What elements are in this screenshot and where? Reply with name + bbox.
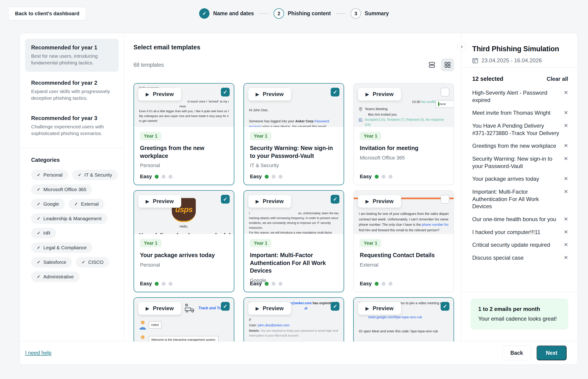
template-checkbox[interactable]: ✓ [441,302,449,311]
selected-item: Our one-time health bonus for you✕ [472,216,568,223]
step-name-and-dates[interactable]: ✓ Name and dates [199,8,254,19]
template-checkbox[interactable]: ✓ [331,195,339,204]
preview-button[interactable]: ▶Preview [248,88,291,101]
template-card-invitation-for-meeting[interactable]: 10:30 No conflicts Teams Meeting Ben Ant… [353,83,454,185]
selected-item: Your package arrives today✕ [472,175,568,183]
template-checkbox[interactable]: ✓ [221,302,230,311]
year-badge: Year 1 [250,239,271,247]
preview-link: d! [304,307,308,310]
year-badge: Year 1 [140,239,162,247]
category-label: Leadership & Management [43,216,102,221]
categories-heading: Categories [31,157,119,163]
template-checkbox[interactable] [441,195,449,204]
sidebar-item-recommended-year-1[interactable]: Recommended for year 1 Best for new user… [25,39,119,72]
preview-button[interactable]: ▶Preview [248,302,291,315]
need-help-link[interactable]: I need help [25,350,51,356]
preview-button[interactable]: ▶Preview [358,195,401,208]
date-range-text: 23.04.2025 - 16.04.2026 [482,57,542,64]
template-card-requesting-contact-details[interactable]: D I am looking for one of your colleague… [353,190,454,292]
template-card-greetings-new-workplace[interactable]: Hello everyone, in touch once I "arrived… [133,83,234,185]
step-label: Name and dates [213,10,254,17]
selected-item-title: Greetings from the new workplace [472,142,564,150]
remove-item-button[interactable]: ✕ [564,176,568,182]
template-card-security-warning-password-vault[interactable]: Hi John Doe, Someone has logged into you… [244,83,344,185]
preview-button-label: Preview [373,305,394,312]
category-pill-administrative[interactable]: ✓Administrative [31,271,80,282]
difficulty-dot [155,282,159,286]
template-card-package-arrives-today[interactable]: usps Hello, Your delivery has been resch… [133,190,234,292]
card-body: Year 1 Requesting Contact Details Extern… [354,234,454,292]
preview-button[interactable]: ▶Preview [138,88,181,101]
list-view-button[interactable] [426,58,438,71]
card-body: Year 1 Important: Multi-Factor Authentic… [244,234,344,292]
preview-text: find him and forward this email to the r… [359,228,448,233]
grid-view-button[interactable] [441,58,454,71]
template-card-track-and-trace[interactable]: Track and Trace Hello! Welcome to the in… [133,297,234,342]
check-icon: ✓ [37,260,40,265]
category-pill-google[interactable]: ✓Google [31,199,65,209]
template-card-google-meet-invite[interactable]: Thomas Wright has invited you to join a … [353,297,454,342]
category-pill-microsoft-office-365[interactable]: ✓Microsoft Office 365 [31,184,92,195]
difficulty-dot [375,175,379,179]
check-icon: ✓ [37,187,40,192]
phishing-simulation-wizard: Back to client's dashboard ✓ Name and da… [0,0,588,379]
back-button[interactable]: Back [502,346,531,360]
template-checkbox[interactable] [441,88,449,96]
difficulty-dot [389,175,393,179]
template-checkbox[interactable]: ✓ [221,195,230,204]
sidebar-item-recommended-year-3[interactable]: Recommended for year 3 Challenge experie… [25,110,119,142]
check-icon: ✓ [37,216,40,221]
step-summary[interactable]: 3 Summary [351,8,389,19]
difficulty-dot [169,282,173,286]
preview-button-label: Preview [263,91,284,97]
difficulty-indicator: Easy [140,174,173,180]
category-pill-hr[interactable]: ✓HR [31,228,56,238]
remove-item-button[interactable]: ✕ [564,110,568,116]
preview-button[interactable]: ▶Preview [358,88,401,101]
category-pill-legal-compliance[interactable]: ✓Legal & Compliance [31,242,92,253]
remove-item-button[interactable]: ✕ [564,90,568,96]
category-pill-leadership-management[interactable]: ✓Leadership & Management [31,213,107,224]
category-pill-salesforce[interactable]: ✓Salesforce [31,257,72,268]
simulation-date-range: 23.04.2025 - 16.04.2026 [472,57,568,64]
sidebar-item-recommended-year-2[interactable]: Recommended for year 2 Expand user skill… [25,74,119,107]
next-button[interactable]: Next [537,346,567,360]
category-pill-external[interactable]: ✓External [69,199,104,209]
template-card-password-expired[interactable]: Your password to john.doe@anker.com has … [244,297,344,342]
clear-all-button[interactable]: Clear all [547,76,568,82]
remove-item-button[interactable]: ✕ [564,242,568,248]
step-phishing-content[interactable]: 2 Phishing content [274,8,331,19]
selected-item: Discuss special case✕ [472,254,568,262]
collapse-panel-button[interactable]: › [457,43,466,51]
step-label: Summary [365,10,389,17]
check-icon: ✓ [333,196,337,203]
preview-button[interactable]: ▶Preview [138,195,181,208]
selected-item-title: Discuss special case [472,254,564,262]
category-pill-it-security[interactable]: ✓IT & Security [72,170,118,180]
simulation-summary-panel: Third Phishing Simulation 23.04.2025 - 1… [461,33,577,342]
preview-button-label: Preview [373,198,394,205]
remove-item-button[interactable]: ✕ [564,156,568,162]
remove-item-button[interactable]: ✕ [564,143,568,149]
remove-item-button[interactable]: ✕ [564,123,568,129]
selected-item-title: Important: Multi-Factor Authentication F… [472,188,564,210]
selected-item-title: Our one-time health bonus for you [472,216,564,223]
remove-item-button[interactable]: ✕ [564,254,568,261]
preview-button[interactable]: ▶Preview [248,195,291,208]
year-badge: Year 1 [250,132,271,140]
chat-bubble: Welcome to the interactive management sy… [149,336,219,342]
remove-item-button[interactable]: ✕ [564,216,568,222]
remove-item-button[interactable]: ✕ [564,189,568,195]
back-to-dashboard-button[interactable]: Back to client's dashboard [8,7,86,20]
preview-button[interactable]: ▶Preview [138,302,181,315]
template-checkbox[interactable]: ✓ [331,302,339,311]
template-checkbox[interactable]: ✓ [331,88,339,96]
remove-item-button[interactable]: ✕ [564,229,568,235]
template-card-multi-factor-authentication[interactable]: D Ias, unfortunately, been the target of… [244,190,344,292]
check-icon: ✓ [333,89,337,95]
template-checkbox[interactable]: ✓ [221,88,230,96]
preview-button[interactable]: ▶Preview [358,302,401,315]
year-badge: Year 1 [360,132,381,140]
category-pill-cisco[interactable]: ✓CISCO [76,257,109,268]
category-pill-personal[interactable]: ✓Personal [31,170,68,180]
